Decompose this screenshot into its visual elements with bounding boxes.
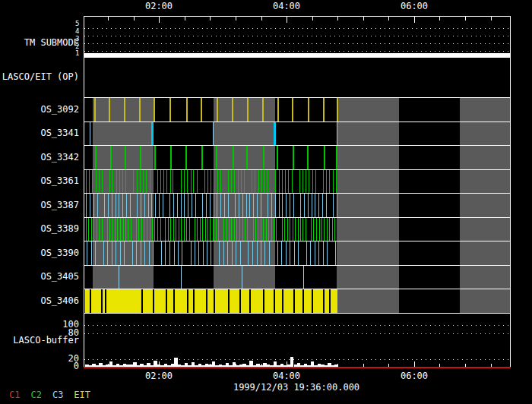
event-tick	[117, 218, 118, 241]
event-tick	[104, 194, 105, 217]
event-tick	[261, 170, 262, 194]
event-tick	[242, 218, 243, 241]
event-tick	[223, 241, 224, 265]
event-tick	[133, 170, 134, 194]
event-tick	[160, 218, 161, 241]
event-tick	[140, 170, 141, 194]
event-tick	[312, 170, 313, 194]
event-tick	[109, 170, 110, 194]
event-tick	[108, 194, 109, 217]
buffer-ytick-80: 80	[0, 328, 79, 338]
event-tick	[220, 194, 221, 217]
plot-top-border	[84, 16, 511, 17]
event-tick	[279, 194, 280, 217]
event-tick	[144, 241, 145, 265]
event-tick	[116, 170, 117, 194]
event-tick	[154, 146, 156, 169]
event-tick	[279, 170, 280, 194]
event-tick	[103, 241, 104, 265]
os-bar-gap	[90, 289, 91, 313]
event-tick	[324, 218, 325, 241]
event-tick	[248, 241, 249, 265]
event-tick	[333, 170, 334, 194]
event-tick	[228, 194, 229, 217]
row-separator	[84, 97, 511, 98]
event-tick	[323, 241, 324, 265]
event-tick	[258, 170, 259, 194]
event-tick	[258, 218, 258, 241]
event-tick	[102, 170, 103, 194]
row-separator	[84, 169, 511, 170]
event-tick	[144, 194, 145, 217]
event-tick	[285, 170, 286, 194]
top-axis-label-0200: 02:00	[145, 2, 173, 11]
event-tick	[253, 218, 254, 241]
event-tick	[123, 218, 124, 241]
event-tick	[327, 218, 328, 241]
os-bar-gap	[263, 289, 264, 313]
event-tick	[141, 194, 141, 217]
os-bar-gap	[206, 289, 207, 313]
event-tick	[290, 218, 290, 241]
event-tick	[198, 241, 199, 265]
event-tick	[95, 146, 97, 169]
event-tick	[236, 218, 237, 241]
event-tick	[141, 241, 141, 265]
event-tick	[241, 170, 242, 194]
event-tick	[275, 194, 276, 217]
event-tick	[132, 241, 133, 265]
event-tick	[119, 170, 120, 194]
event-tick	[112, 218, 113, 241]
event-tick	[217, 194, 217, 217]
event-tick	[157, 218, 158, 241]
event-tick	[173, 218, 174, 241]
event-tick	[261, 218, 261, 241]
lasco-eit-label: LASCO/EIT (OP)	[0, 72, 79, 82]
event-tick	[295, 218, 296, 241]
event-tick	[334, 218, 335, 241]
event-tick	[143, 170, 144, 194]
event-tick	[116, 194, 116, 217]
event-tick	[303, 266, 304, 289]
tm-ytick-3: 3	[75, 36, 79, 43]
os-bar-gap	[166, 289, 167, 313]
event-tick	[91, 218, 92, 241]
event-tick	[269, 241, 270, 265]
event-tick	[188, 194, 188, 217]
event-tick	[290, 241, 290, 265]
event-tick	[97, 218, 97, 241]
event-tick	[255, 218, 256, 241]
event-tick	[186, 98, 188, 122]
event-tick	[112, 170, 113, 194]
event-tick	[282, 170, 283, 194]
event-tick	[337, 98, 338, 122]
event-tick	[219, 241, 220, 265]
row-label-os3406: OS_3406	[0, 296, 79, 306]
event-tick	[93, 218, 94, 241]
event-tick	[202, 218, 203, 241]
row-separator	[84, 193, 511, 194]
event-tick	[155, 194, 156, 217]
os-bar-gap	[323, 289, 325, 313]
event-tick	[96, 170, 97, 194]
tm-ytick-4: 4	[75, 28, 79, 35]
event-tick	[205, 218, 206, 241]
event-tick	[276, 218, 277, 241]
event-tick	[90, 122, 90, 146]
event-tick	[181, 170, 182, 194]
event-tick	[213, 122, 214, 146]
event-tick	[184, 170, 185, 194]
os-bar-gap	[329, 289, 331, 313]
event-tick	[323, 98, 325, 122]
os-bar-gap	[228, 289, 230, 313]
event-tick	[337, 122, 337, 146]
event-tick	[185, 146, 187, 169]
event-tick	[310, 241, 311, 265]
event-tick	[313, 218, 314, 241]
row-label-os3405: OS_3405	[0, 272, 79, 282]
event-tick	[247, 218, 248, 241]
contact-band	[460, 97, 511, 313]
tm-gridline	[84, 36, 511, 36]
event-tick	[329, 218, 330, 241]
event-tick	[137, 170, 138, 194]
